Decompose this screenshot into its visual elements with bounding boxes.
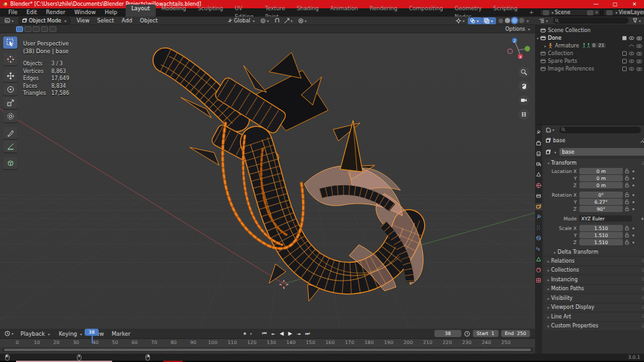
hide-eye-icon[interactable] bbox=[629, 36, 634, 40]
panel-custom-properties[interactable]: ▸Custom Properties☰ bbox=[543, 322, 644, 331]
end-frame-field[interactable]: End 250 bbox=[501, 330, 530, 337]
properties-tab-view-layer[interactable] bbox=[535, 161, 542, 168]
panel-relations[interactable]: ▸Relations☰ bbox=[543, 257, 644, 265]
properties-tab-scene[interactable] bbox=[535, 171, 542, 178]
expand-icon[interactable]: ▾ bbox=[535, 36, 540, 40]
lock-icon[interactable] bbox=[623, 176, 631, 181]
viewport-3d[interactable]: User Perspective (38) Done | base Object… bbox=[0, 33, 535, 329]
pin-icon[interactable] bbox=[640, 138, 644, 144]
hide-eye-icon[interactable] bbox=[629, 67, 634, 71]
lock-icon[interactable] bbox=[623, 226, 631, 231]
outliner-display-mode-dropdown[interactable]: ▾ bbox=[537, 17, 551, 24]
unlink-scene-icon[interactable]: ✕ bbox=[595, 10, 599, 15]
properties-editor-type-dropdown[interactable]: ▾ bbox=[544, 126, 557, 133]
panel-grip-icon[interactable]: ☰ bbox=[641, 161, 644, 166]
outliner-row-done[interactable]: ▾ Done bbox=[535, 34, 644, 42]
timeline-editor-type-dropdown[interactable]: ▾ bbox=[3, 330, 17, 337]
minimize-button[interactable]: — bbox=[586, 0, 606, 8]
lock-icon[interactable] bbox=[623, 199, 631, 204]
properties-tab-collection[interactable] bbox=[535, 192, 542, 199]
shading-rendered-button[interactable] bbox=[519, 18, 524, 23]
properties-tab-object[interactable] bbox=[535, 203, 542, 210]
snap-settings-dropdown[interactable]: ▾ bbox=[282, 17, 296, 24]
tool-annotate[interactable] bbox=[3, 127, 17, 139]
outliner-row-scene-collection[interactable]: ▾ Scene Collection bbox=[535, 26, 644, 34]
outliner-filter-dropdown[interactable]: ▾ bbox=[631, 17, 644, 24]
scene-selector[interactable]: ▾ Scene ✕ bbox=[540, 9, 601, 16]
play-reverse-button[interactable]: ◀ bbox=[278, 331, 286, 336]
tool-move[interactable] bbox=[3, 70, 17, 82]
disable-render-camera-icon[interactable] bbox=[636, 67, 642, 71]
animate-dot[interactable] bbox=[631, 201, 636, 203]
playhead[interactable]: 38 bbox=[92, 329, 93, 343]
hide-eye-icon[interactable] bbox=[629, 51, 634, 56]
animate-dot[interactable] bbox=[640, 218, 644, 220]
proportional-editing-toggle[interactable]: ▾ bbox=[296, 17, 310, 24]
tool-add-cube[interactable] bbox=[3, 157, 17, 169]
viewport-menu-view[interactable]: View bbox=[72, 17, 93, 24]
pivot-point-dropdown[interactable]: ▾ bbox=[258, 17, 272, 24]
prev-keyframe-button[interactable]: ⯬ bbox=[269, 331, 277, 337]
panel-instancing[interactable]: ▸Instancing☰ bbox=[543, 276, 644, 284]
select-extend-button[interactable] bbox=[24, 26, 31, 32]
properties-tab-object-data[interactable] bbox=[535, 256, 542, 263]
lock-icon[interactable] bbox=[623, 206, 631, 211]
panel-line-art[interactable]: ▸Line Art☰ bbox=[543, 313, 644, 321]
camera-view-icon[interactable] bbox=[518, 95, 529, 106]
hide-eye-icon[interactable] bbox=[629, 59, 634, 63]
lock-icon[interactable] bbox=[623, 192, 631, 197]
keying-menu[interactable]: Keying ▾ bbox=[55, 331, 87, 337]
proportional-falloff-dropdown[interactable]: ▾ bbox=[305, 19, 307, 23]
jump-to-start-button[interactable]: ⏮ bbox=[260, 331, 268, 337]
menu-help[interactable]: Help bbox=[100, 8, 121, 17]
menu-window[interactable]: Window bbox=[70, 8, 101, 17]
menu-edit[interactable]: Edit bbox=[22, 8, 41, 17]
exclude-checkbox[interactable] bbox=[622, 59, 627, 63]
tool-rotate[interactable] bbox=[3, 83, 17, 95]
menu-file[interactable]: File bbox=[4, 8, 22, 17]
tool-select-box[interactable] bbox=[3, 37, 17, 49]
auto-keying-record-button[interactable]: ⏺ bbox=[242, 331, 248, 337]
menu-render[interactable]: Render bbox=[42, 8, 70, 17]
outliner-row-image-references[interactable]: ▸ Image References bbox=[535, 65, 644, 72]
select-set-button[interactable] bbox=[16, 26, 23, 32]
exclude-checkbox[interactable] bbox=[622, 67, 627, 71]
play-button[interactable]: ▶ bbox=[286, 331, 294, 336]
select-invert-button[interactable] bbox=[41, 26, 48, 32]
gizmos-dropdown[interactable]: ▾ bbox=[454, 17, 468, 24]
panel-visibility[interactable]: ▸Visibility☰ bbox=[543, 294, 644, 302]
object-name-field[interactable]: base bbox=[559, 148, 644, 156]
tool-scale[interactable] bbox=[3, 97, 17, 109]
editor-type-dropdown[interactable]: ▾ bbox=[3, 17, 17, 24]
lock-icon[interactable] bbox=[623, 183, 631, 188]
tool-transform[interactable] bbox=[3, 110, 17, 122]
snap-toggle[interactable] bbox=[272, 17, 282, 24]
properties-tab-constraints[interactable] bbox=[535, 245, 542, 252]
panel-collections[interactable]: ▸Collections☰ bbox=[543, 267, 644, 275]
outliner-row-spare-parts[interactable]: ▸ Spare Parts bbox=[535, 57, 644, 65]
value-field[interactable]: 0 m bbox=[579, 168, 623, 174]
panel-motion-paths[interactable]: ▸Motion Paths☰ bbox=[543, 285, 644, 293]
tool-cursor[interactable] bbox=[3, 53, 17, 65]
new-scene-icon[interactable] bbox=[587, 10, 593, 15]
animate-dot[interactable] bbox=[631, 185, 636, 186]
creature-model[interactable] bbox=[161, 53, 423, 301]
animate-dot[interactable] bbox=[631, 170, 636, 172]
transform-panel-header[interactable]: ▾ Transform ☰ bbox=[543, 159, 644, 167]
disable-render-camera-icon[interactable] bbox=[636, 59, 642, 63]
shading-wireframe-button[interactable] bbox=[499, 19, 503, 23]
animate-dot[interactable] bbox=[631, 194, 636, 196]
animate-dot[interactable] bbox=[631, 242, 636, 243]
properties-tab-output[interactable] bbox=[535, 150, 542, 157]
value-field[interactable]: 1.510 bbox=[579, 239, 623, 245]
start-frame-field[interactable]: Start 1 bbox=[473, 330, 499, 337]
xray-toggle[interactable]: ▾ bbox=[482, 17, 496, 24]
lock-icon[interactable] bbox=[623, 169, 631, 174]
marker-menu[interactable]: Marker bbox=[108, 331, 134, 337]
properties-tab-texture[interactable] bbox=[535, 277, 542, 284]
mode-dropdown[interactable]: XYZ Euler bbox=[579, 215, 632, 222]
auto-keyframe-clock-icon[interactable] bbox=[464, 331, 470, 337]
select-intersect-button[interactable] bbox=[49, 26, 56, 32]
viewport-menu-select[interactable]: Select bbox=[94, 17, 118, 24]
viewport-menu-object[interactable]: Object bbox=[136, 17, 161, 24]
